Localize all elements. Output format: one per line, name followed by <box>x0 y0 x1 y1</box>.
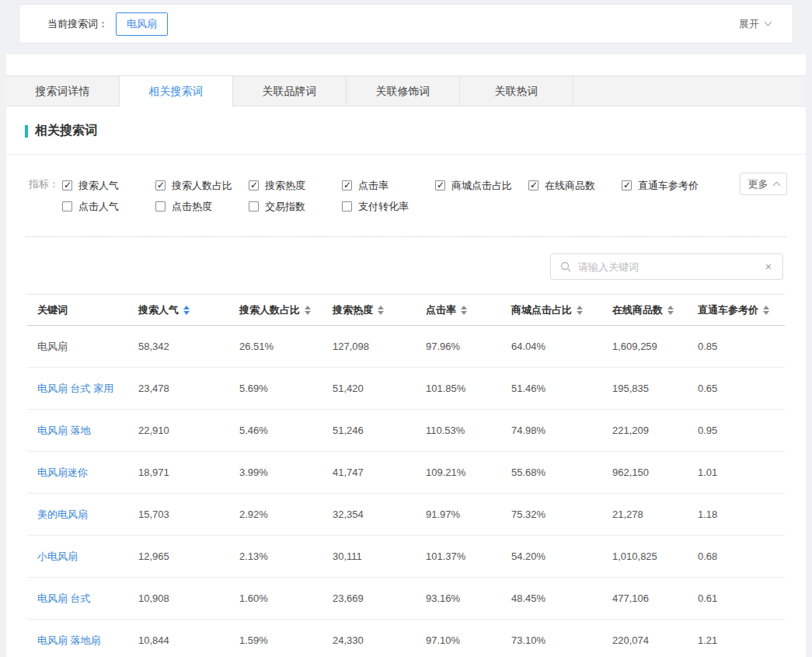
keyword-link[interactable]: 电风扇 落地扇 <box>37 634 101 646</box>
filter-checkbox-payment-conversion[interactable]: 支付转化率 <box>342 200 435 214</box>
expand-label: 展开 <box>739 17 759 31</box>
sort-icon[interactable] <box>577 306 583 315</box>
cell-online-products: 21,278 <box>602 508 688 520</box>
chevron-up-icon <box>772 182 780 190</box>
col-header-label: 点击率 <box>426 303 456 317</box>
tab-related-hot-terms[interactable]: 关联热词 <box>460 76 573 106</box>
checkbox-checked-icon <box>249 180 259 190</box>
table-row: 小电风扇 12,965 2.13% 30,111 101.37% 54.20% … <box>27 536 785 578</box>
title-accent-bar <box>25 125 28 138</box>
sort-icon[interactable] <box>183 306 190 315</box>
col-header-label: 搜索人数占比 <box>239 303 300 317</box>
keyword-search-input[interactable] <box>577 260 758 274</box>
sort-icon[interactable] <box>667 306 674 315</box>
checkbox-unchecked-icon <box>342 201 352 211</box>
current-search-term-label: 当前搜索词： <box>47 17 108 31</box>
cell-online-products: 221,209 <box>602 425 688 436</box>
tab-related-modifier-terms[interactable]: 关联修饰词 <box>347 76 460 106</box>
cell-mall-click-ratio: 64.04% <box>501 341 602 352</box>
table-row: 电风扇 台式 家用 23,478 5.69% 51,420 101.85% 51… <box>27 368 785 410</box>
cell-searcher-ratio: 2.13% <box>229 550 322 562</box>
cell-online-products: 220,074 <box>602 634 688 646</box>
filter-checkbox-click-popularity[interactable]: 点击人气 <box>62 200 155 214</box>
filter-checkbox-ztc-reference-price[interactable]: 直通车参考价 <box>622 179 715 193</box>
cell-search-heat: 51,246 <box>322 425 416 436</box>
section-title-text: 相关搜索词 <box>35 123 97 139</box>
filter-checkbox-trade-index[interactable]: 交易指数 <box>249 200 342 214</box>
table-row: 美的电风扇 15,703 2.92% 32,354 91.97% 75.32% … <box>27 494 785 536</box>
checkbox-label: 点击人气 <box>78 200 119 214</box>
col-header-ztc-reference-price: 直通车参考价 <box>688 303 785 317</box>
main-panel: 搜索词详情 相关搜索词 关联品牌词 关联修饰词 关联热词 相关搜索词 指标： 搜… <box>6 54 806 657</box>
checkbox-label: 交易指数 <box>265 200 305 214</box>
col-header-mall-click-ratio: 商城点击占比 <box>501 303 602 317</box>
keyword-link[interactable]: 电风扇 台式 家用 <box>37 383 113 394</box>
col-header-label: 直通车参考价 <box>698 303 758 317</box>
clear-search-icon[interactable]: × <box>764 260 773 273</box>
related-terms-table: 关键词 搜索人气 搜索人数占比 搜索热度 点击率 商城点击占比 <box>27 294 785 657</box>
filter-row-2: 点击人气 点击热度 交易指数 支付转化率 <box>62 196 787 217</box>
checkbox-label: 点击率 <box>358 179 389 193</box>
checkbox-checked-icon <box>62 180 72 190</box>
col-header-label: 关键词 <box>37 303 68 317</box>
checkbox-checked-icon <box>622 180 632 190</box>
cell-mall-click-ratio: 73.10% <box>501 634 602 646</box>
cell-search-popularity: 12,965 <box>128 550 229 562</box>
sort-icon[interactable] <box>763 306 769 315</box>
filter-checkbox-online-products[interactable]: 在线商品数 <box>528 179 622 193</box>
filter-checkbox-searcher-ratio[interactable]: 搜索人数占比 <box>155 179 249 193</box>
keyword-link[interactable]: 美的电风扇 <box>37 508 88 520</box>
title-divider <box>6 154 806 155</box>
filter-checkbox-search-popularity[interactable]: 搜索人气 <box>62 179 155 193</box>
cell-search-popularity: 10,844 <box>128 634 229 646</box>
checkbox-checked-icon <box>342 180 352 190</box>
sort-icon[interactable] <box>305 306 311 315</box>
cell-click-rate: 91.97% <box>416 508 501 520</box>
filter-checkbox-click-rate[interactable]: 点击率 <box>342 179 435 193</box>
table-row: 电风扇 台式 10,908 1.60% 23,669 93.16% 48.45%… <box>27 578 785 620</box>
checkbox-label: 支付转化率 <box>358 200 409 214</box>
checkbox-label: 搜索热度 <box>265 179 305 193</box>
sort-icon[interactable] <box>378 306 384 315</box>
tab-related-search-terms[interactable]: 相关搜索词 <box>120 76 233 107</box>
more-button[interactable]: 更多 <box>740 173 787 195</box>
cell-online-products: 1,010,825 <box>602 550 688 562</box>
expand-toggle[interactable]: 展开 <box>739 17 771 31</box>
checkbox-label: 在线商品数 <box>545 179 595 193</box>
cell-searcher-ratio: 1.59% <box>229 634 322 646</box>
sort-icon[interactable] <box>461 306 467 315</box>
current-search-term-bar: 当前搜索词： 电风扇 展开 <box>19 4 793 44</box>
col-header-label: 商城点击占比 <box>511 303 572 317</box>
keyword-link[interactable]: 电风扇 落地 <box>37 425 91 436</box>
tab-bar-filler <box>573 76 806 106</box>
keyword-link[interactable]: 小电风扇 <box>37 550 78 562</box>
keyword-search-box: × <box>550 253 783 280</box>
checkbox-label: 搜索人气 <box>78 179 119 193</box>
cell-search-popularity: 23,478 <box>128 383 229 394</box>
cell-search-heat: 51,420 <box>322 383 416 394</box>
checkbox-label: 商城点击占比 <box>451 179 512 193</box>
filter-checkbox-mall-click-ratio[interactable]: 商城点击占比 <box>435 179 528 193</box>
filter-checkbox-click-heat[interactable]: 点击热度 <box>155 200 249 214</box>
cell-online-products: 195,835 <box>602 383 688 394</box>
cell-search-popularity: 58,342 <box>128 341 229 352</box>
cell-ztc-reference-price: 0.65 <box>688 383 785 394</box>
cell-ztc-reference-price: 1.01 <box>688 467 785 478</box>
cell-search-popularity: 22,910 <box>128 425 229 436</box>
tab-search-term-detail[interactable]: 搜索词详情 <box>6 76 120 106</box>
cell-mall-click-ratio: 51.46% <box>501 383 602 394</box>
filter-checkbox-search-heat[interactable]: 搜索热度 <box>249 179 342 193</box>
more-label: 更多 <box>748 177 768 191</box>
keyword-link[interactable]: 电风扇 台式 <box>37 592 91 604</box>
search-term-tag[interactable]: 电风扇 <box>116 12 168 36</box>
search-row: × <box>6 253 783 280</box>
tab-related-brand-terms[interactable]: 关联品牌词 <box>233 76 347 106</box>
cell-click-rate: 110.53% <box>416 425 501 436</box>
cell-search-popularity: 10,908 <box>128 592 229 604</box>
cell-mall-click-ratio: 55.68% <box>501 467 602 478</box>
keyword-link[interactable]: 电风扇迷你 <box>37 467 88 478</box>
cell-mall-click-ratio: 48.45% <box>501 592 602 604</box>
cell-mall-click-ratio: 75.32% <box>501 508 602 520</box>
cell-click-rate: 101.37% <box>416 550 501 562</box>
cell-searcher-ratio: 1.60% <box>229 592 322 604</box>
